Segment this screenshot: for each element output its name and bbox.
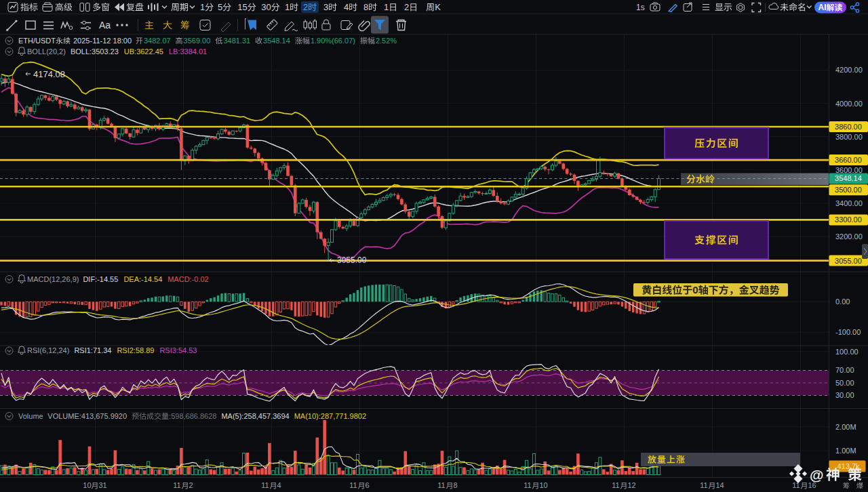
- svg-text:3055.00: 3055.00: [835, 257, 862, 265]
- svg-text:2025-11-12 18:00: 2025-11-12 18:00: [73, 37, 132, 45]
- svg-text:3482.07: 3482.07: [144, 37, 171, 45]
- svg-text:5: 5: [218, 2, 222, 12]
- svg-text:MACD(12,26,9): MACD(12,26,9): [27, 275, 79, 283]
- svg-text:3: 3: [323, 2, 328, 12]
- svg-text:0.00: 0.00: [835, 298, 850, 306]
- svg-text:11: 11: [700, 481, 707, 489]
- svg-text:1s: 1s: [636, 3, 645, 12]
- svg-text:100.00: 100.00: [835, 348, 859, 356]
- svg-text:2.52%: 2.52%: [376, 37, 397, 45]
- svg-text:11: 11: [349, 481, 357, 489]
- svg-text:K: K: [435, 2, 441, 12]
- svg-text:MA(10):287,771.9802: MA(10):287,771.9802: [294, 412, 366, 420]
- svg-text:4000.00: 4000.00: [835, 100, 863, 108]
- svg-text:15: 15: [237, 2, 247, 12]
- svg-text:3400.00: 3400.00: [835, 199, 863, 207]
- svg-text:11: 11: [612, 481, 619, 489]
- svg-text:2: 2: [404, 2, 409, 12]
- svg-text:11: 11: [792, 481, 800, 489]
- svg-text:3500.00: 3500.00: [835, 186, 862, 194]
- svg-text:2: 2: [189, 481, 193, 489]
- svg-text:ETH/USDT: ETH/USDT: [18, 37, 56, 45]
- svg-text:3300.00: 3300.00: [835, 216, 862, 224]
- svg-text:-100.00: -100.00: [835, 328, 861, 336]
- svg-text:3481.31: 3481.31: [223, 37, 250, 45]
- svg-text:1.00M: 1.00M: [835, 447, 856, 455]
- svg-text:16: 16: [808, 481, 816, 489]
- svg-text:11: 11: [524, 481, 531, 489]
- svg-text:4200.00: 4200.00: [835, 66, 863, 74]
- svg-text:3660.00: 3660.00: [835, 156, 862, 164]
- svg-text:4: 4: [344, 2, 349, 12]
- svg-text:LB:3384.01: LB:3384.01: [169, 47, 207, 56]
- svg-text:Volume: Volume: [18, 412, 43, 420]
- svg-text:30.00: 30.00: [835, 391, 854, 399]
- svg-text:11: 11: [437, 481, 445, 489]
- svg-text:RSI2:58.89: RSI2:58.89: [117, 346, 154, 354]
- svg-text:50.00: 50.00: [835, 379, 854, 387]
- svg-text:DEA:-14.54: DEA:-14.54: [123, 275, 162, 283]
- svg-text:RSI1:71.34: RSI1:71.34: [74, 346, 111, 354]
- svg-text:6: 6: [366, 481, 370, 489]
- svg-text:11: 11: [173, 481, 180, 489]
- svg-text:1: 1: [285, 2, 290, 12]
- svg-text:1: 1: [384, 2, 389, 12]
- svg-text:30: 30: [261, 2, 271, 12]
- svg-text:3800.00: 3800.00: [835, 133, 863, 141]
- svg-text:3548.14: 3548.14: [263, 37, 290, 45]
- svg-text:@: @: [810, 467, 823, 483]
- svg-text:DIF:-14.55: DIF:-14.55: [83, 275, 118, 283]
- svg-text:BOLL(20,2): BOLL(20,2): [27, 47, 66, 56]
- svg-text:VOLUME:413,675.9920: VOLUME:413,675.9920: [47, 412, 127, 420]
- svg-text:12: 12: [628, 481, 636, 489]
- svg-text:14: 14: [716, 481, 724, 489]
- svg-text:31: 31: [99, 481, 107, 489]
- svg-text:70.00: 70.00: [835, 366, 854, 374]
- svg-text:MACD:-0.02: MACD:-0.02: [167, 275, 209, 283]
- svg-text:3600.00: 3600.00: [835, 166, 863, 174]
- svg-text:2: 2: [303, 2, 308, 12]
- svg-text:8: 8: [363, 2, 368, 12]
- svg-text:MA(5):258,457.3694: MA(5):258,457.3694: [221, 412, 289, 420]
- svg-text:4: 4: [277, 481, 281, 489]
- svg-text:0: 0: [692, 284, 698, 295]
- svg-text:8: 8: [454, 481, 458, 489]
- svg-text:UB:3622.45: UB:3622.45: [124, 47, 163, 56]
- svg-text:10: 10: [540, 481, 548, 489]
- svg-text:RSI(6,12,24): RSI(6,12,24): [27, 346, 69, 354]
- svg-text:11: 11: [261, 481, 269, 489]
- svg-text:1: 1: [200, 2, 205, 12]
- svg-text:3548.14: 3548.14: [835, 174, 862, 182]
- svg-text:BOLL:3503.23: BOLL:3503.23: [71, 47, 119, 56]
- svg-text:3200.00: 3200.00: [835, 232, 863, 241]
- svg-text:1.90%(66.07): 1.90%(66.07): [311, 37, 355, 45]
- svg-text:AI: AI: [818, 3, 827, 12]
- svg-text:2.00M: 2.00M: [835, 423, 856, 431]
- svg-text:3055.00: 3055.00: [337, 255, 367, 265]
- svg-text:Aa: Aa: [99, 20, 111, 30]
- svg-text::598,686.8628: :598,686.8628: [169, 412, 216, 420]
- svg-text:RSI3:54.53: RSI3:54.53: [159, 346, 197, 354]
- svg-text:3860.00: 3860.00: [835, 123, 862, 131]
- svg-text:3569.00: 3569.00: [184, 37, 211, 45]
- svg-text:4174.08: 4174.08: [33, 69, 65, 79]
- svg-text:10: 10: [83, 481, 91, 489]
